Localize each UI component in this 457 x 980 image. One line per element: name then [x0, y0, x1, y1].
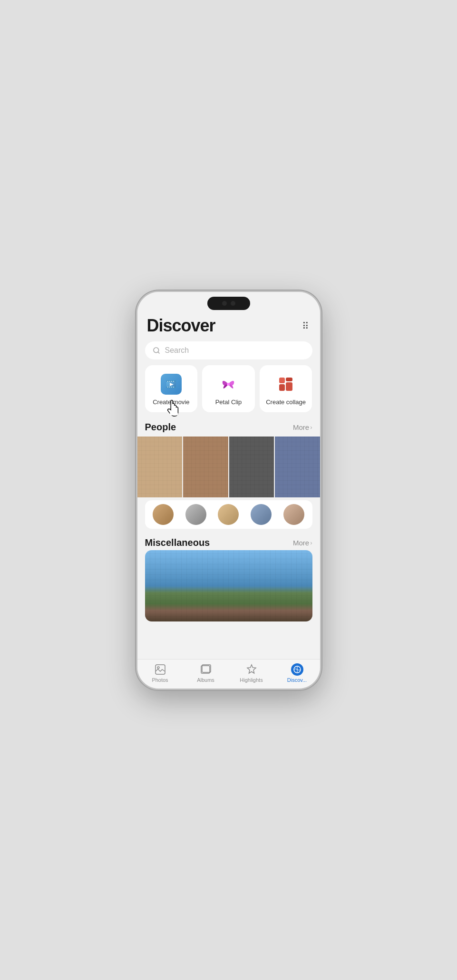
highlights-icon: [245, 663, 258, 676]
person-item-1[interactable]: [147, 504, 180, 525]
svg-marker-25: [247, 665, 256, 673]
misc-section-title: Miscellaneous: [145, 537, 210, 548]
nav-label-photos: Photos: [152, 677, 168, 683]
svg-rect-11: [169, 387, 170, 388]
camera-dot-right: [231, 301, 235, 306]
person-photo-2: [183, 437, 228, 497]
search-placeholder: Search: [165, 346, 189, 355]
misc-photo-block: [145, 550, 312, 621]
people-more-label: More: [293, 423, 309, 431]
search-bar[interactable]: Search: [145, 341, 312, 359]
misc-more-chevron: ›: [310, 539, 312, 546]
header: Discover ⠿: [137, 312, 320, 338]
misc-section-header: Miscellaneous More ›: [137, 534, 320, 550]
person-avatar-4: [251, 504, 272, 525]
svg-rect-12: [171, 387, 172, 388]
person-item-2[interactable]: [179, 504, 212, 525]
nav-label-discover: Discov...: [287, 677, 307, 683]
bottom-nav: Photos Albums Highlights Discov.: [137, 659, 320, 689]
phone-frame: Discover ⠿ Search: [136, 291, 321, 690]
volume-up-button: [320, 349, 321, 363]
people-more-chevron: ›: [310, 424, 312, 431]
svg-rect-19: [286, 382, 292, 391]
nav-item-photos[interactable]: Photos: [137, 663, 183, 683]
svg-rect-13: [173, 387, 174, 388]
person-photo-1: [137, 437, 183, 497]
albums-icon: [200, 663, 212, 676]
action-label-create-movie: Create movie: [153, 398, 189, 406]
volume-down-button: [320, 368, 321, 382]
svg-rect-20: [279, 384, 285, 391]
action-card-create-collage[interactable]: Create collage: [260, 365, 312, 412]
nav-item-discover[interactable]: Discov...: [274, 663, 320, 683]
nav-label-highlights: Highlights: [240, 677, 263, 683]
svg-rect-18: [286, 378, 292, 381]
action-card-petal-clip[interactable]: Petal Clip: [202, 365, 255, 412]
person-avatar-2: [185, 504, 206, 525]
create-collage-icon: [275, 374, 296, 395]
nav-label-albums: Albums: [197, 677, 214, 683]
create-movie-icon: [161, 374, 182, 395]
svg-rect-10: [167, 387, 168, 388]
people-more-button[interactable]: More ›: [293, 423, 312, 431]
people-section: People More ›: [137, 420, 320, 529]
svg-line-1: [158, 352, 159, 353]
page-title: Discover: [147, 316, 215, 336]
action-label-petal-clip: Petal Clip: [215, 398, 242, 406]
action-card-create-movie[interactable]: Create movie: [145, 365, 198, 412]
svg-rect-7: [169, 381, 170, 382]
action-label-create-collage: Create collage: [266, 398, 306, 406]
people-photos-strip: [137, 437, 320, 497]
person-avatar-3: [218, 504, 239, 525]
petal-clip-icon: [218, 374, 239, 395]
svg-rect-17: [279, 378, 285, 383]
person-item-5[interactable]: [278, 504, 311, 525]
discover-icon: [291, 663, 303, 676]
svg-point-22: [157, 667, 159, 669]
misc-content: [137, 550, 320, 621]
people-section-title: People: [145, 422, 176, 433]
person-photo-4: [275, 437, 320, 497]
person-item-3[interactable]: [212, 504, 245, 525]
nav-item-highlights[interactable]: Highlights: [229, 663, 274, 683]
svg-rect-15: [170, 412, 178, 415]
person-avatar-5: [283, 504, 304, 525]
miscellaneous-section: Miscellaneous More ›: [137, 534, 320, 621]
search-icon: [153, 347, 160, 354]
misc-more-label: More: [293, 539, 309, 547]
svg-rect-8: [171, 381, 172, 382]
person-item-4[interactable]: [245, 504, 278, 525]
people-named-row: [145, 500, 312, 529]
svg-rect-9: [173, 381, 174, 382]
camera-pill: [207, 297, 250, 310]
people-section-header: People More ›: [137, 420, 320, 437]
camera-dot-left: [222, 301, 227, 306]
screen[interactable]: Discover ⠿ Search: [137, 312, 320, 659]
nav-item-albums[interactable]: Albums: [183, 663, 229, 683]
person-avatar-1: [153, 504, 174, 525]
header-menu-icon[interactable]: ⠿: [302, 316, 311, 332]
svg-point-16: [227, 383, 230, 386]
person-photo-3: [229, 437, 274, 497]
misc-more-button[interactable]: More ›: [293, 539, 312, 547]
actions-grid: Create movie: [145, 365, 312, 412]
photos-icon: [154, 663, 166, 676]
svg-rect-6: [167, 381, 168, 382]
phone-top-bar: [137, 292, 320, 312]
